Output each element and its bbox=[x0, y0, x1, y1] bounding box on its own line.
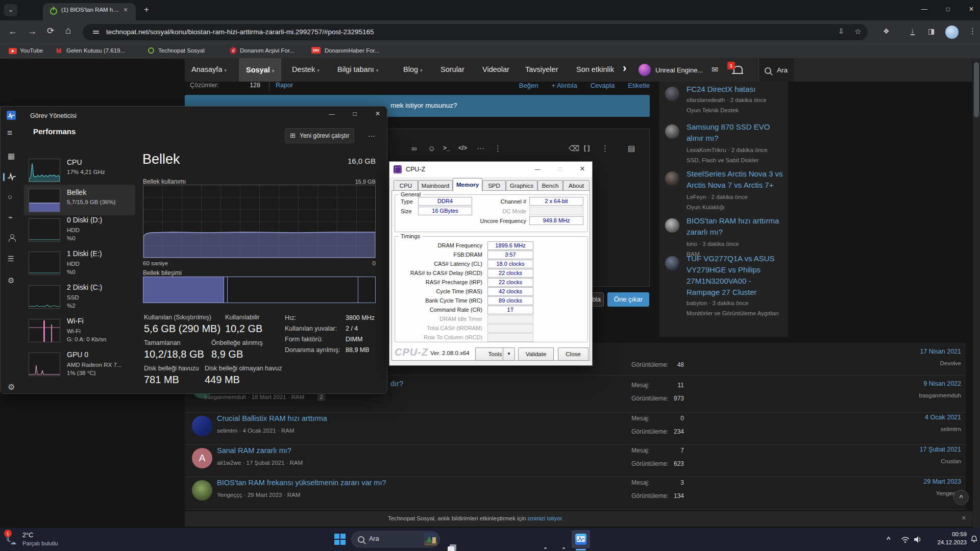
thread-title[interactable]: Sanal RAM zararlı mı? bbox=[217, 446, 291, 455]
back-button[interactable]: ← bbox=[8, 26, 17, 37]
tm-rail-processes-icon[interactable]: ▦ bbox=[8, 152, 15, 161]
download-icon[interactable]: ↓ bbox=[911, 26, 915, 35]
tm-sidebar-disk1-name[interactable]: 1 Diski (E:) bbox=[67, 249, 102, 258]
reply-link[interactable]: Cevapla bbox=[591, 82, 615, 89]
nav-son-etkinlik[interactable]: Son etkinlik bbox=[576, 65, 614, 73]
tag-link[interactable]: Etiketle bbox=[628, 82, 650, 89]
sidebar-post-title[interactable]: SteelSeries Arctis Nova 3 vs Arctis Nova… bbox=[687, 168, 783, 191]
tab-search-button[interactable]: ⌄ bbox=[4, 4, 17, 16]
bookmark-donanim-arsivi[interactable]: Donanım Arşivi For... bbox=[240, 47, 295, 54]
tm-rail-services-icon[interactable]: ⚙ bbox=[8, 276, 14, 285]
search-highlight-image[interactable] bbox=[424, 533, 437, 545]
nav-search-box[interactable] bbox=[758, 58, 794, 82]
thread-avatar[interactable]: A bbox=[192, 448, 212, 468]
editor-eraser-icon[interactable]: ⌫ bbox=[569, 144, 579, 153]
tm-rail-users-icon[interactable] bbox=[9, 234, 15, 240]
cpuz-maximize-button[interactable]: □ bbox=[554, 165, 566, 172]
thread-date[interactable]: 4 Ocak 2021 bbox=[859, 414, 961, 421]
thread-date[interactable]: 9 Nisan 2022 bbox=[859, 380, 961, 387]
wifi-mini-graph[interactable] bbox=[29, 319, 60, 342]
tm-rail-history-icon[interactable]: ○ bbox=[8, 192, 12, 201]
cpuz-tab-memory[interactable]: Memory bbox=[453, 178, 482, 191]
new-tab-button[interactable]: + bbox=[144, 5, 149, 15]
editor-brackets-icon[interactable]: [ ] bbox=[584, 144, 590, 152]
cpuz-close-action-button[interactable]: Close bbox=[558, 347, 589, 361]
sidebar-post-title[interactable]: BIOS'tan RAM hızı arttırma zararlı mı? bbox=[687, 215, 783, 238]
nav-bilgi-tabani[interactable]: Bilgi tabanı ▾ bbox=[337, 65, 378, 73]
editor-preview-icon[interactable]: ▤ bbox=[628, 144, 635, 153]
thread-date[interactable]: 17 Nisan 2021 bbox=[859, 348, 961, 355]
clock-time[interactable]: 00:59 bbox=[916, 531, 967, 537]
tm-sidebar-cpu-name[interactable]: CPU bbox=[67, 158, 82, 166]
sidebar-post-title[interactable]: TUF VG277Q1A vs ASUS VY279HGE vs Philips… bbox=[687, 253, 783, 298]
editor-code-icon[interactable]: </> bbox=[458, 144, 467, 152]
tab-close-icon[interactable]: × bbox=[124, 6, 128, 14]
tm-close-button[interactable]: × bbox=[369, 109, 387, 118]
editor-emoji-icon[interactable]: ☺ bbox=[428, 144, 435, 153]
scrollbar-thumb[interactable] bbox=[974, 62, 979, 117]
tm-sidebar-gpu-name[interactable]: GPU 0 bbox=[67, 350, 88, 359]
sidebar-post-avatar[interactable] bbox=[665, 124, 679, 139]
browser-profile-avatar[interactable] bbox=[945, 26, 959, 39]
notification-bell-icon[interactable] bbox=[970, 535, 978, 543]
thread-avatar[interactable] bbox=[192, 416, 212, 436]
browser-menu-icon[interactable]: ⋮ bbox=[969, 27, 976, 36]
tm-hamburger-icon[interactable]: ≡ bbox=[7, 128, 12, 138]
disk0-mini-graph[interactable] bbox=[29, 218, 60, 242]
thread-date[interactable]: 17 Şubat 2021 bbox=[859, 446, 961, 453]
gpu-mini-graph[interactable] bbox=[29, 353, 60, 376]
tm-rail-performance-icon[interactable] bbox=[7, 172, 16, 181]
cpuz-validate-button[interactable]: Validate bbox=[518, 347, 554, 361]
quote-link[interactable]: + Alıntıla bbox=[551, 82, 577, 89]
start-button[interactable] bbox=[334, 534, 346, 545]
window-minimize-button[interactable]: — bbox=[917, 6, 932, 13]
disk2-mini-graph[interactable] bbox=[29, 285, 60, 309]
cpuz-minimize-button[interactable]: — bbox=[531, 166, 544, 172]
extensions-icon[interactable]: ❖ bbox=[883, 27, 890, 35]
task-view-button[interactable] bbox=[447, 543, 459, 551]
cpuz-tab-spd[interactable]: SPD bbox=[482, 180, 506, 191]
tm-more-button[interactable]: ··· bbox=[364, 129, 379, 143]
sidebar-post-avatar[interactable] bbox=[665, 171, 679, 186]
bookmark-youtube[interactable]: YouTube bbox=[20, 47, 43, 54]
window-maximize-button[interactable]: □ bbox=[940, 6, 955, 13]
bookmark-star-icon[interactable]: ☆ bbox=[854, 27, 861, 36]
report-link[interactable]: Rapor bbox=[276, 82, 293, 89]
forward-button[interactable]: → bbox=[28, 26, 37, 37]
thread-date[interactable]: 29 Mart 2023 bbox=[859, 478, 961, 485]
editor-terminal-icon[interactable]: >_ bbox=[443, 144, 450, 152]
bookmark-donanimhaber[interactable]: DonanımHaber For... bbox=[325, 47, 379, 54]
tm-sidebar-disk2-name[interactable]: 2 Diski (C:) bbox=[67, 283, 102, 291]
cpuz-tab-cpu[interactable]: CPU bbox=[394, 180, 418, 191]
tm-rail-startup-icon[interactable]: ⌁ bbox=[8, 213, 13, 222]
back-to-top-button[interactable]: ^ bbox=[953, 490, 969, 505]
user-name[interactable]: Unreal Engine... bbox=[655, 66, 706, 74]
cpuz-tab-mainboard[interactable]: Mainboard bbox=[418, 180, 453, 191]
tray-chevron-icon[interactable]: ^ bbox=[887, 535, 891, 543]
thread-title[interactable]: Crucial Ballistix RAM hızı arttırma bbox=[217, 414, 327, 422]
url-text[interactable]: technopat.net/sosyal/konu/biostan-ram-hi… bbox=[106, 28, 811, 36]
cpuz-tab-graphics[interactable]: Graphics bbox=[506, 180, 537, 191]
permission-link[interactable]: izninizi istiyor. bbox=[528, 515, 564, 521]
nav-blog[interactable]: Blog ▾ bbox=[403, 65, 423, 73]
tm-settings-gear-icon[interactable]: ⚙ bbox=[8, 382, 15, 392]
nav-destek[interactable]: Destek ▾ bbox=[292, 65, 320, 73]
messages-envelope-icon[interactable]: ✉ bbox=[712, 65, 718, 74]
nav-tavsiyeler[interactable]: Tavsiyeler bbox=[525, 65, 558, 73]
sidebar-post-avatar[interactable] bbox=[665, 256, 679, 270]
nav-anasayfa[interactable]: Anasayfa ▾ bbox=[191, 65, 227, 73]
tm-run-task-button[interactable]: ⊞ Yeni görevi çalıştır bbox=[285, 128, 354, 143]
window-close-button[interactable]: × bbox=[964, 5, 979, 14]
tm-minimize-button[interactable]: — bbox=[323, 111, 341, 117]
nav-overflow-icon[interactable]: › bbox=[623, 62, 626, 75]
sidebar-post-title[interactable]: FC24 DirectX hatası bbox=[687, 84, 783, 95]
editor-link-icon[interactable]: ∞ bbox=[411, 144, 417, 153]
scrollbar-track[interactable] bbox=[973, 58, 980, 528]
cpuz-tab-bench[interactable]: Bench bbox=[537, 180, 563, 191]
disk1-mini-graph[interactable] bbox=[29, 252, 60, 275]
thread-title[interactable]: BIOS'tan RAM frekansı yükseltmenin zarar… bbox=[217, 479, 386, 487]
reload-button[interactable]: ⟳ bbox=[47, 26, 54, 36]
promote-button[interactable]: Öne çıkar bbox=[607, 292, 649, 307]
bookmark-inbox[interactable]: Gelen Kutusu (7.619... bbox=[66, 47, 125, 54]
editor-menu-icon[interactable]: ⋮ bbox=[494, 144, 502, 153]
